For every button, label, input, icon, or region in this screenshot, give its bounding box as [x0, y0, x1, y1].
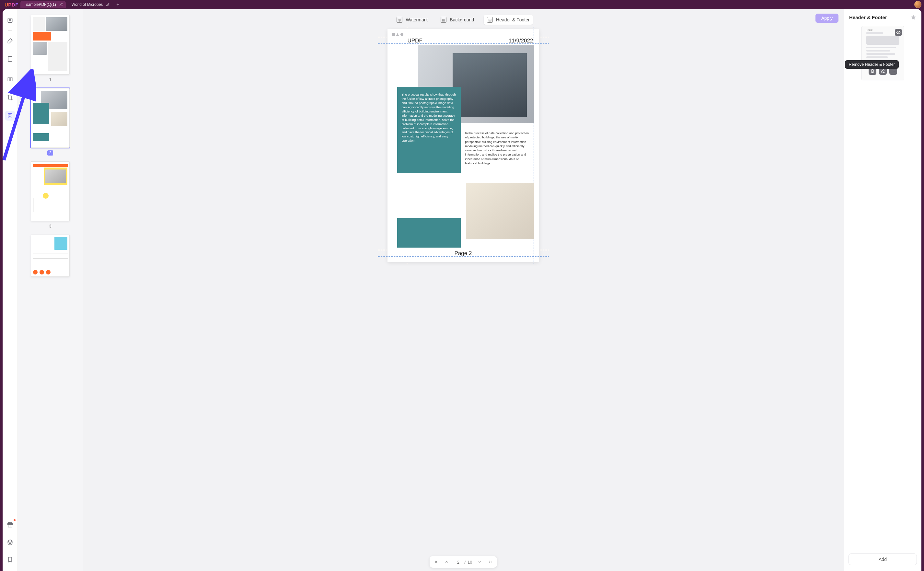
app-logo: UPDF [5, 2, 18, 8]
footer-center[interactable]: Page 2 [388, 250, 539, 257]
titlebar: UPDF samplePDF(1)(1) World of Microbes [0, 0, 924, 9]
thumbnail[interactable] [24, 235, 77, 277]
svg-rect-0 [8, 18, 12, 22]
left-rail [3, 9, 18, 571]
mode-watermark[interactable]: ◎ Watermark [393, 15, 431, 25]
pageorg-icon[interactable] [5, 74, 15, 84]
thumbnail-panel[interactable]: 1 2 3 [18, 9, 83, 571]
background-icon: ▦ [440, 17, 447, 23]
apply-button[interactable]: Apply [815, 14, 838, 23]
headerfooter-icon: ▤ [487, 17, 493, 23]
app-shell: 1 2 3 [3, 9, 921, 571]
first-page-button[interactable] [433, 559, 439, 565]
svg-point-9 [892, 71, 892, 71]
add-button[interactable]: Add [849, 554, 917, 565]
form-icon[interactable] [5, 54, 15, 64]
page-preview: UPDF 11/9/2022 The practical results sho… [388, 29, 539, 262]
thumbnail-image [31, 235, 70, 277]
mode-toolbar: ◎ Watermark ▦ Background ▤ Header & Foot… [393, 15, 533, 25]
mode-headerfooter[interactable]: ▤ Header & Footer [484, 15, 533, 25]
svg-rect-3 [10, 78, 12, 81]
thumbnail[interactable]: 3 [24, 161, 77, 229]
layers-icon[interactable] [5, 537, 15, 547]
header-right[interactable]: 11/9/2022 [509, 38, 533, 44]
gift-icon[interactable] [5, 520, 15, 529]
tab-label: samplePDF(1)(1) [26, 2, 56, 7]
page-number: / 10 [454, 560, 472, 565]
svg-point-10 [893, 71, 893, 71]
mode-label: Background [450, 17, 474, 22]
thumbnail[interactable]: 2 [24, 88, 77, 156]
mode-label: Watermark [406, 17, 428, 22]
tab-active[interactable]: samplePDF(1)(1) [20, 1, 66, 8]
next-page-button[interactable] [477, 559, 483, 565]
canvas-area: ◎ Watermark ▦ Background ▤ Header & Foot… [83, 9, 844, 571]
page-nav: / 10 [429, 556, 497, 568]
crop-icon[interactable] [5, 93, 15, 102]
avatar[interactable] [914, 1, 921, 8]
page-ornament-icons [392, 33, 403, 36]
svg-rect-2 [8, 78, 10, 81]
header-left[interactable]: UPDF [408, 38, 422, 44]
svg-point-11 [894, 71, 895, 71]
tab-inactive[interactable]: World of Microbes [66, 1, 112, 8]
last-page-button[interactable] [487, 559, 493, 565]
reader-icon[interactable] [5, 15, 15, 25]
edit-icon [106, 3, 110, 6]
watermark-icon: ◎ [397, 17, 402, 23]
thumbnail-image [31, 161, 70, 221]
guide-line [378, 37, 549, 37]
highlighter-icon[interactable] [5, 36, 15, 46]
mode-label: Header & Footer [496, 17, 530, 22]
thumbnail-image [31, 15, 70, 74]
mode-background[interactable]: ▦ Background [437, 15, 477, 25]
right-panel: Header & Footer UPDF [844, 9, 921, 571]
page-block-2 [397, 218, 461, 248]
preset-mini-label: UPDF [865, 29, 873, 32]
rail-sep [8, 31, 12, 31]
thumb-number: 2 [47, 150, 54, 156]
page-input[interactable] [454, 560, 462, 565]
page-sep: / [464, 560, 465, 565]
page-image-2 [466, 183, 534, 239]
edit-icon [59, 3, 63, 6]
page-callout: The practical results show that: through… [397, 87, 461, 173]
tab-label: World of Microbes [72, 2, 103, 7]
thumb-number: 3 [49, 224, 51, 228]
prev-page-button[interactable] [444, 559, 450, 565]
rail-sep [8, 69, 12, 69]
thumbnail[interactable]: 1 [24, 15, 77, 82]
page-paragraph: In the process of data collection and pr… [465, 131, 531, 165]
right-panel-title: Header & Footer [849, 15, 887, 20]
thumb-number: 1 [49, 77, 51, 82]
tooltip: Remove Header & Footer [845, 60, 899, 69]
thumbnail-image [31, 88, 70, 148]
newtab-icon[interactable] [116, 2, 120, 7]
right-panel-header: Header & Footer [844, 9, 921, 24]
preset-card[interactable]: UPDF [861, 26, 904, 80]
page-total: 10 [468, 560, 472, 565]
bookmark-icon[interactable] [5, 555, 15, 565]
headerfooter-tool-icon[interactable] [5, 111, 15, 120]
svg-point-5 [9, 115, 11, 117]
star-icon[interactable] [910, 14, 916, 20]
